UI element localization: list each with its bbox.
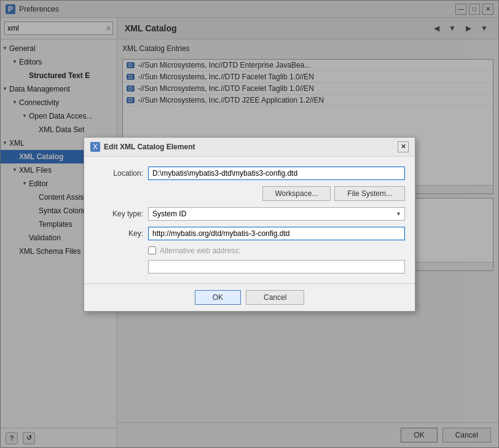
- location-input[interactable]: [148, 167, 405, 180]
- key-type-select-wrap: System ID Public ID URI ▼: [148, 207, 405, 221]
- key-type-select[interactable]: System ID Public ID URI: [148, 207, 405, 221]
- key-type-row: Key type: System ID Public ID URI ▼: [94, 207, 405, 221]
- location-label: Location:: [94, 169, 143, 178]
- workspace-button[interactable]: Workspace...: [262, 186, 331, 201]
- alt-web-checkbox[interactable]: [148, 246, 156, 254]
- key-type-label: Key type:: [94, 210, 143, 218]
- modal-ok-button[interactable]: OK: [195, 290, 241, 305]
- alt-web-input[interactable]: [148, 260, 405, 273]
- alt-web-label: Alternative web address:: [160, 246, 240, 255]
- modal-close-button[interactable]: ✕: [398, 141, 409, 152]
- location-row: Location:: [94, 167, 405, 180]
- modal-cancel-button[interactable]: Cancel: [246, 290, 304, 305]
- alt-web-checkbox-row: Alternative web address:: [94, 246, 405, 255]
- file-system-button[interactable]: File System...: [334, 186, 405, 201]
- modal-title-inner: X Edit XML Catalog Element: [90, 142, 195, 152]
- modal-title: Edit XML Catalog Element: [104, 143, 195, 151]
- modal-title-bar: X Edit XML Catalog Element ✕: [84, 138, 415, 157]
- modal-icon: X: [90, 142, 100, 152]
- modal-body: Location: Workspace... File System... Ke…: [84, 157, 415, 283]
- file-buttons-row: Workspace... File System...: [94, 186, 405, 201]
- key-input[interactable]: [148, 227, 405, 240]
- modal-dialog: X Edit XML Catalog Element ✕ Location: W…: [84, 137, 415, 312]
- key-label: Key:: [94, 229, 143, 238]
- key-row: Key:: [94, 227, 405, 240]
- modal-overlay: X Edit XML Catalog Element ✕ Location: W…: [0, 0, 499, 448]
- modal-footer: OK Cancel: [84, 283, 415, 311]
